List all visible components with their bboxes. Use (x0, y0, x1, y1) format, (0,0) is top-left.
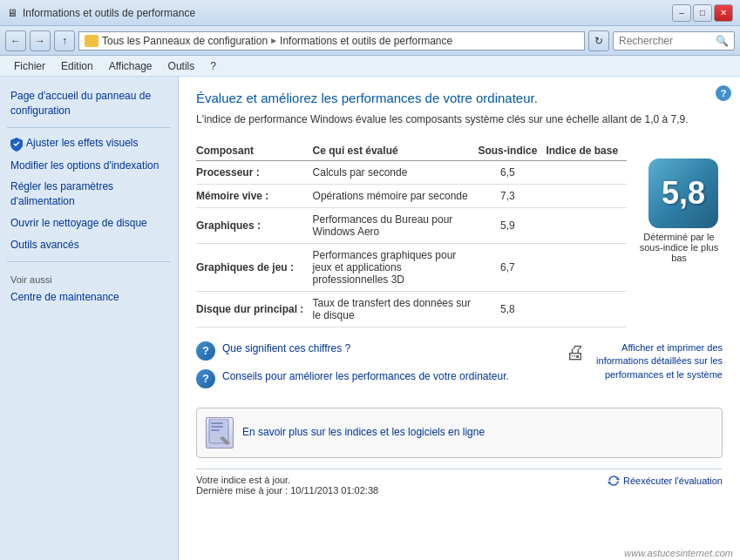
help-item-1: ? Conseils pour améliorer les performanc… (196, 369, 548, 388)
online-link[interactable]: En savoir plus sur les indices et les lo… (242, 425, 485, 440)
sidebar-shield-link[interactable]: Ajuster les effets visuels (26, 137, 139, 149)
search-input[interactable] (619, 35, 712, 47)
sidebar-indexation-link[interactable]: Modifier les options d'indexation (0, 155, 178, 177)
cell-score-4: 5,8 (478, 291, 544, 327)
window-icon: 🖥 (7, 7, 17, 19)
col-composant: Composant (196, 141, 313, 161)
close-button[interactable]: ✕ (714, 4, 733, 22)
print-link[interactable]: 🖨 Afficher et imprimer des informations … (566, 341, 723, 381)
title-bar-left: 🖥 Informations et outils de performance (7, 7, 195, 19)
help-section: ? Que signifient ces chiffres ? ? Consei… (196, 341, 723, 397)
sidebar-shield-item[interactable]: Ajuster les effets visuels (0, 133, 178, 155)
cell-base-4 (545, 291, 627, 327)
sidebar-nettoyage-link[interactable]: Ouvrir le nettoyage de disque (0, 213, 178, 234)
doc-icon (206, 417, 234, 449)
window-title: Informations et outils de performance (23, 7, 195, 19)
col-indice-base: Indice de base (545, 141, 627, 161)
menu-help[interactable]: ? (203, 58, 223, 74)
back-button[interactable]: ← (5, 30, 26, 51)
menu-bar: Fichier Edition Affichage Outils ? (0, 56, 740, 77)
help-left: ? Que signifient ces chiffres ? ? Consei… (196, 341, 548, 397)
table-row: Disque dur principal : Taux de transfert… (196, 291, 627, 327)
cell-eval-2: Performances du Bureau pour Windows Aero (313, 207, 479, 243)
shield-icon (10, 138, 23, 152)
score-badge: 5,8 (648, 159, 718, 228)
cell-eval-1: Opérations mémoire par seconde (313, 184, 479, 207)
cell-eval-4: Taux de transfert des données sur le dis… (313, 291, 479, 327)
cell-component-4: Disque dur principal : (196, 291, 313, 327)
search-box[interactable]: 🔍 (613, 31, 735, 51)
col-evaluation: Ce qui est évalué (313, 141, 479, 161)
sidebar-divider-1 (7, 127, 171, 128)
cell-score-2: 5,9 (478, 207, 544, 243)
cell-base-0 (545, 160, 627, 184)
title-bar: 🖥 Informations et outils de performance … (0, 0, 740, 26)
score-label: Déterminé par le sous-indice le plus bas (635, 232, 723, 263)
table-row: Graphiques : Performances du Bureau pour… (196, 207, 627, 243)
status-line2: Dernière mise à jour : 10/11/2013 01:02:… (196, 485, 378, 496)
table-row: Mémoire vive : Opérations mémoire par se… (196, 184, 627, 207)
cell-base-3 (545, 243, 627, 291)
sidebar: Page d'accueil du panneau de configurati… (0, 77, 179, 560)
cell-score-1: 7,3 (478, 184, 544, 207)
title-bar-controls: – □ ✕ (672, 4, 733, 22)
up-button[interactable]: ↑ (54, 30, 75, 51)
menu-edition[interactable]: Edition (54, 58, 100, 74)
table-row: Graphiques de jeu : Performances graphiq… (196, 243, 627, 291)
svg-rect-1 (211, 422, 223, 424)
content-area: ? Évaluez et améliorez les performances … (179, 77, 740, 560)
help-link-0[interactable]: Que signifient ces chiffres ? (222, 341, 350, 356)
maximize-button[interactable]: □ (693, 4, 712, 22)
menu-fichier[interactable]: Fichier (7, 58, 52, 74)
svg-rect-3 (211, 429, 220, 431)
cell-component-2: Graphiques : (196, 207, 313, 243)
content-subtitle: L'indice de performance Windows évalue l… (196, 112, 723, 127)
breadcrumb-part1: Tous les Panneaux de configuration (102, 35, 268, 47)
menu-outils[interactable]: Outils (161, 58, 202, 74)
refresh-button[interactable]: ↻ (588, 30, 609, 51)
cell-score-0: 6,5 (478, 160, 544, 184)
help-link-1[interactable]: Conseils pour améliorer les performances… (222, 369, 509, 384)
online-box: En savoir plus sur les indices et les lo… (196, 408, 723, 458)
cell-score-3: 6,7 (478, 243, 544, 291)
address-bar: ← → ↑ Tous les Panneaux de configuration… (0, 26, 740, 56)
help-icon-0: ? (196, 341, 215, 361)
cell-base-1 (545, 184, 627, 207)
sidebar-outils-link[interactable]: Outils avancés (0, 234, 178, 256)
table-row: Processeur : Calculs par seconde 6,5 (196, 160, 627, 184)
svg-rect-2 (211, 426, 223, 428)
sidebar-maintenance-link[interactable]: Centre de maintenance (0, 287, 178, 308)
rerun-label[interactable]: Réexécuter l'évaluation (623, 476, 723, 486)
sidebar-home-link[interactable]: Page d'accueil du panneau de configurati… (0, 85, 178, 122)
minimize-button[interactable]: – (672, 4, 691, 22)
cell-eval-0: Calculs par seconde (313, 160, 479, 184)
sidebar-alimentation-link[interactable]: Régler les paramètres d'alimentation (0, 176, 178, 213)
print-link-text[interactable]: Afficher et imprimer des informations dé… (590, 341, 723, 381)
printer-icon: 🖨 (566, 341, 585, 364)
search-icon: 🔍 (716, 35, 729, 47)
col-sous-indice: Sous-indice (478, 141, 544, 161)
breadcrumb-part2: Informations et outils de performance (280, 35, 452, 47)
menu-affichage[interactable]: Affichage (102, 58, 160, 74)
breadcrumb-arrow: ► (269, 36, 278, 45)
address-path[interactable]: Tous les Panneaux de configuration ► Inf… (78, 31, 585, 51)
status-line1: Votre indice est à jour. (196, 475, 378, 485)
status-left: Votre indice est à jour. Dernière mise à… (196, 475, 378, 496)
rerun-icon (608, 475, 620, 487)
performance-table: Composant Ce qui est évalué Sous-indice … (196, 141, 627, 327)
cell-base-2 (545, 207, 627, 243)
sidebar-divider-2 (7, 261, 171, 262)
content-title: Évaluez et améliorez les performances de… (196, 91, 723, 105)
cell-component-0: Processeur : (196, 160, 313, 184)
main-container: Page d'accueil du panneau de configurati… (0, 77, 740, 560)
status-bar: Votre indice est à jour. Dernière mise à… (196, 469, 723, 496)
breadcrumb: Tous les Panneaux de configuration ► Inf… (102, 35, 452, 47)
cell-eval-3: Performances graphiques pour jeux et app… (313, 243, 479, 291)
help-button[interactable]: ? (716, 85, 731, 101)
cell-component-1: Mémoire vive : (196, 184, 313, 207)
sidebar-voir-aussi: Voir aussi (0, 267, 178, 287)
cell-component-3: Graphiques de jeu : (196, 243, 313, 291)
rerun-button[interactable]: Réexécuter l'évaluation (608, 475, 723, 487)
folder-icon (85, 35, 98, 47)
forward-button[interactable]: → (30, 30, 51, 51)
